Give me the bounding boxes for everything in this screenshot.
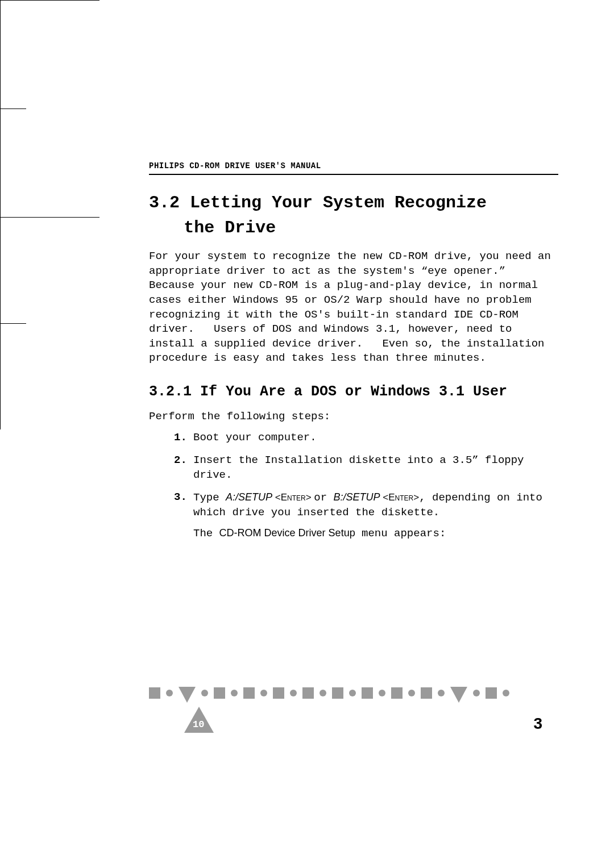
dot-icon [473, 690, 480, 696]
step-item: 3. Type A:/SETUP <Enter> or B:/SETUP <En… [174, 490, 558, 541]
subsection-heading: 3.2.1 If You Are a DOS or Windows 3.1 Us… [149, 382, 558, 402]
chapter-number: 3 [533, 715, 542, 733]
step-item: 2. Insert the Installation diskette into… [174, 453, 558, 482]
dot-icon [320, 690, 326, 696]
footer-ornament [149, 684, 558, 702]
header-rule [149, 174, 558, 175]
dot-icon [231, 690, 238, 696]
heading-line: 3.2 Letting Your System Recognize [149, 191, 558, 216]
square-icon [302, 687, 314, 699]
dot-icon [408, 690, 415, 696]
crop-mark [0, 0, 99, 1]
crop-mark [0, 218, 1, 323]
square-icon [486, 687, 497, 699]
key-enter: <Enter> [272, 492, 314, 503]
crop-mark [0, 109, 1, 217]
square-icon [214, 687, 225, 699]
text-run: The [193, 527, 219, 540]
command-text: B:/SETUP [334, 491, 380, 503]
crop-mark [0, 323, 26, 324]
step-text: Insert the Installation diskette into a … [193, 454, 524, 481]
crop-mark [0, 217, 99, 218]
footer-row: 10 3 [149, 707, 558, 733]
dot-icon [166, 690, 173, 696]
crop-mark [0, 324, 1, 429]
square-icon [362, 687, 373, 699]
text-run: Type [193, 491, 226, 504]
dot-icon [379, 690, 385, 696]
menu-name: CD-ROM Device Driver Setup [219, 527, 355, 539]
crop-mark [0, 1, 1, 108]
steps-list: 1. Boot your computer. 2. Insert the Ins… [174, 431, 558, 541]
step-number: 2. [174, 453, 187, 468]
dot-icon [260, 690, 267, 696]
text-run: or [314, 491, 333, 504]
square-icon [273, 687, 284, 699]
section-intro: For your system to recognize the new CD-… [149, 249, 558, 366]
dot-icon [349, 690, 356, 696]
step-text: Type A:/SETUP <Enter> or B:/SETUP <Enter… [193, 491, 542, 519]
square-icon [243, 687, 255, 699]
step-number: 1. [174, 431, 187, 445]
step-subtext: The CD-ROM Device Driver Setup menu appe… [193, 526, 558, 541]
dot-icon [438, 690, 445, 696]
square-icon [391, 687, 403, 699]
dot-icon [201, 690, 208, 696]
text-run: menu appears: [355, 527, 446, 540]
running-head: PHILIPS CD-ROM DRIVE USER'S MANUAL [149, 161, 558, 170]
square-icon [421, 687, 432, 699]
triangle-down-icon [450, 687, 467, 703]
section-heading: 3.2 Letting Your System Recognize the Dr… [149, 191, 558, 240]
crop-mark [0, 108, 26, 109]
step-number: 3. [174, 490, 187, 505]
command-text: A:/SETUP [226, 491, 272, 503]
square-icon [149, 687, 160, 699]
step-text: Boot your computer. [193, 431, 317, 444]
dot-icon [290, 690, 297, 696]
page-content: PHILIPS CD-ROM DRIVE USER'S MANUAL 3.2 L… [149, 161, 558, 549]
triangle-down-icon [179, 687, 196, 703]
step-item: 1. Boot your computer. [174, 431, 558, 445]
dot-icon [503, 690, 509, 696]
heading-line: the Drive [149, 216, 558, 241]
page-number: 10 [193, 719, 204, 730]
square-icon [332, 687, 343, 699]
steps-lead: Perform the following steps: [149, 410, 558, 423]
key-enter: <Enter> [380, 492, 420, 503]
